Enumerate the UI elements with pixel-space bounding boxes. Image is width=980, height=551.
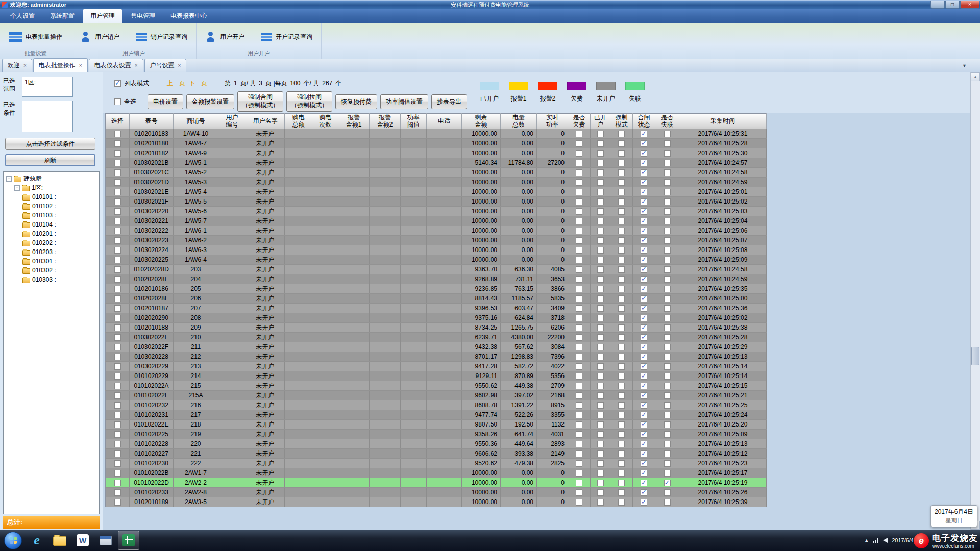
overdue-checkbox[interactable] bbox=[576, 363, 582, 370]
forced-mode-checkbox[interactable] bbox=[618, 412, 625, 418]
lost-contact-checkbox[interactable] bbox=[664, 131, 671, 137]
row-select-checkbox[interactable] bbox=[114, 169, 121, 176]
table-row[interactable]: 010302021C1AW5-2未开户10000.000.0002017/6/4… bbox=[106, 168, 767, 178]
switch-on-checkbox[interactable] bbox=[641, 257, 647, 263]
table-row[interactable]: 010302021E1AW5-4未开户10000.000.0002017/6/4… bbox=[106, 187, 767, 197]
forced-mode-checkbox[interactable] bbox=[618, 257, 625, 263]
table-row[interactable]: 010102022D2AW2-2未开户10000.000.0002017/6/4… bbox=[106, 478, 767, 488]
lost-contact-checkbox[interactable] bbox=[664, 276, 671, 283]
select-all-checkbox[interactable] bbox=[114, 98, 121, 105]
close-icon[interactable]: × bbox=[135, 63, 138, 68]
switch-on-checkbox[interactable] bbox=[641, 160, 647, 166]
forced-mode-checkbox[interactable] bbox=[618, 373, 625, 380]
row-select-checkbox[interactable] bbox=[114, 383, 121, 389]
switch-on-checkbox[interactable] bbox=[641, 412, 647, 418]
table-row[interactable]: 01030202241AW6-3未开户10000.000.0002017/6/4… bbox=[106, 245, 767, 255]
overdue-checkbox[interactable] bbox=[576, 373, 582, 380]
lost-contact-checkbox[interactable] bbox=[664, 228, 671, 234]
opened-checkbox[interactable] bbox=[597, 421, 604, 428]
table-row[interactable]: 010302021F1AW5-5未开户10000.000.0002017/6/4… bbox=[106, 197, 767, 207]
table-row[interactable]: 0102010186205未开户9236.85763.1538662017/6/… bbox=[106, 284, 767, 294]
meter-batch-button[interactable]: 电表批量操作 bbox=[4, 29, 67, 45]
switch-on-checkbox[interactable] bbox=[641, 169, 647, 176]
overdue-checkbox[interactable] bbox=[576, 499, 582, 506]
overdue-checkbox[interactable] bbox=[576, 228, 582, 234]
opened-checkbox[interactable] bbox=[597, 179, 604, 186]
vertical-scrollbar[interactable]: ▲ ▼ bbox=[970, 72, 980, 530]
current-page-value[interactable]: 1 bbox=[234, 80, 237, 87]
toolbar-button[interactable]: 强制拉闸 （强制模式） bbox=[286, 91, 332, 111]
ie-taskbar-button[interactable] bbox=[26, 531, 47, 550]
row-select-checkbox[interactable] bbox=[114, 344, 121, 350]
table-row[interactable]: 0101020230222未开户9520.62479.3828252017/6/… bbox=[106, 459, 767, 468]
forced-mode-checkbox[interactable] bbox=[618, 237, 625, 244]
row-select-checkbox[interactable] bbox=[114, 373, 121, 380]
close-icon[interactable]: × bbox=[23, 63, 27, 68]
forced-mode-checkbox[interactable] bbox=[618, 431, 625, 438]
row-select-checkbox[interactable] bbox=[114, 305, 121, 312]
opened-checkbox[interactable] bbox=[597, 489, 604, 496]
row-select-checkbox[interactable] bbox=[114, 460, 121, 467]
switch-on-checkbox[interactable] bbox=[641, 237, 647, 244]
column-header[interactable]: 剩余 金额 bbox=[462, 114, 501, 129]
switch-on-checkbox[interactable] bbox=[641, 305, 647, 312]
tree-item[interactable]: 010302 : bbox=[4, 266, 99, 275]
opened-checkbox[interactable] bbox=[597, 131, 604, 137]
lost-contact-checkbox[interactable] bbox=[664, 402, 671, 409]
table-row[interactable]: 0101020228220未开户9550.36449.6428932017/6/… bbox=[106, 439, 767, 449]
tray-expand-icon[interactable]: ▲ bbox=[864, 538, 869, 543]
switch-on-checkbox[interactable] bbox=[641, 189, 647, 195]
table-row[interactable]: 010202028F206未开户8814.431185.5758352017/6… bbox=[106, 294, 767, 304]
doc-tab-meter-settings[interactable]: 电表仪表设置× bbox=[89, 59, 143, 72]
forced-mode-checkbox[interactable] bbox=[618, 315, 625, 321]
column-header[interactable]: 报警 金额2 bbox=[370, 114, 401, 129]
row-select-checkbox[interactable] bbox=[114, 198, 121, 205]
column-header[interactable]: 是否 失联 bbox=[655, 114, 679, 129]
tab-user-management[interactable]: 用户管理 bbox=[83, 9, 122, 23]
refresh-button[interactable]: 刷新 bbox=[5, 154, 95, 166]
lost-contact-checkbox[interactable] bbox=[664, 218, 671, 224]
column-header[interactable]: 实时 功率 bbox=[537, 114, 568, 129]
opened-checkbox[interactable] bbox=[597, 150, 604, 157]
overdue-checkbox[interactable] bbox=[576, 179, 582, 186]
opened-checkbox[interactable] bbox=[597, 189, 604, 195]
opened-checkbox[interactable] bbox=[597, 305, 604, 312]
column-header[interactable]: 合闸 状态 bbox=[633, 114, 655, 129]
close-icon[interactable]: × bbox=[178, 63, 181, 68]
lost-contact-checkbox[interactable] bbox=[664, 286, 671, 292]
lost-contact-checkbox[interactable] bbox=[664, 324, 671, 331]
table-row[interactable]: 010302022E210未开户6239.714380.00222002017/… bbox=[106, 333, 767, 342]
lost-contact-checkbox[interactable] bbox=[664, 315, 671, 321]
row-select-checkbox[interactable] bbox=[114, 354, 121, 360]
table-row[interactable]: 01030202231AW6-2未开户10000.000.0002017/6/4… bbox=[106, 236, 767, 245]
filter-select-button[interactable]: 点击选择过滤条件 bbox=[5, 138, 95, 150]
forced-mode-checkbox[interactable] bbox=[618, 450, 625, 457]
switch-on-checkbox[interactable] bbox=[641, 266, 647, 273]
forced-mode-checkbox[interactable] bbox=[618, 286, 625, 292]
overdue-checkbox[interactable] bbox=[576, 295, 582, 302]
column-header[interactable]: 已开 户 bbox=[591, 114, 610, 129]
table-row[interactable]: 0103020228212未开户8701.171298.8373962017/6… bbox=[106, 352, 767, 362]
table-row[interactable]: 010102022A215未开户9550.62449.3827092017/6/… bbox=[106, 381, 767, 391]
row-select-checkbox[interactable] bbox=[114, 450, 121, 457]
forced-mode-checkbox[interactable] bbox=[618, 247, 625, 254]
toolbar-button[interactable]: 电价设置 bbox=[148, 94, 183, 109]
volume-icon[interactable] bbox=[883, 538, 888, 543]
table-row[interactable]: 01020101801AW4-7未开户10000.000.0002017/6/4… bbox=[106, 139, 767, 148]
doc-tab-meter-batch[interactable]: 电表批量操作× bbox=[33, 58, 88, 72]
switch-on-checkbox[interactable] bbox=[641, 344, 647, 350]
row-select-checkbox[interactable] bbox=[114, 257, 121, 263]
opened-checkbox[interactable] bbox=[597, 431, 604, 438]
table-row[interactable]: 010202028E204未开户9268.89731.1136532017/6/… bbox=[106, 274, 767, 284]
switch-on-checkbox[interactable] bbox=[641, 499, 647, 506]
opened-checkbox[interactable] bbox=[597, 315, 604, 321]
table-row[interactable]: 01020101892AW3-5未开户10000.000.0002017/6/4… bbox=[106, 497, 767, 507]
overdue-checkbox[interactable] bbox=[576, 198, 582, 205]
forced-mode-checkbox[interactable] bbox=[618, 160, 625, 166]
overdue-checkbox[interactable] bbox=[576, 276, 582, 283]
user-open-button[interactable]: 用户开户 bbox=[201, 29, 249, 45]
close-icon[interactable]: × bbox=[79, 63, 82, 68]
lost-contact-checkbox[interactable] bbox=[664, 383, 671, 389]
row-select-checkbox[interactable] bbox=[114, 140, 121, 147]
table-row[interactable]: 0101020231217未开户9477.74522.2633552017/6/… bbox=[106, 410, 767, 420]
